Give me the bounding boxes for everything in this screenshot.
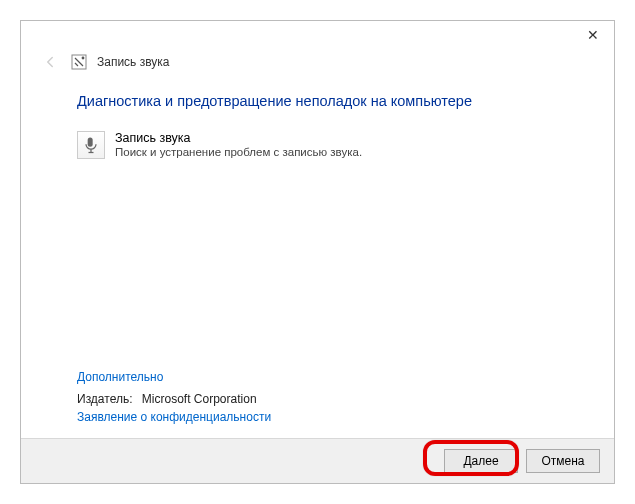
page-heading: Диагностика и предотвращение неполадок н… [77,93,578,109]
footer: Далее Отмена [21,438,614,483]
window-title: Запись звука [97,55,170,69]
item-title: Запись звука [115,131,362,145]
back-arrow-icon [41,53,59,71]
microphone-icon [77,131,105,159]
publisher-value: Microsoft Corporation [142,392,257,406]
next-button[interactable]: Далее [444,449,518,473]
content-area: Диагностика и предотвращение неполадок н… [21,79,614,438]
svg-rect-2 [88,138,93,147]
back-button[interactable] [39,51,61,73]
header-row: Запись звука [21,51,614,79]
cancel-button[interactable]: Отмена [526,449,600,473]
item-text: Запись звука Поиск и устранение проблем … [115,131,362,158]
troubleshooter-window: ✕ Запись звука Диагностика и предотвраще… [20,20,615,484]
publisher-label: Издатель: [77,392,133,406]
titlebar: ✕ [21,21,614,51]
close-button[interactable]: ✕ [572,21,614,49]
troubleshooter-item: Запись звука Поиск и устранение проблем … [77,131,578,159]
svg-point-1 [82,57,85,60]
troubleshoot-icon [71,54,87,70]
publisher-row: Издатель: Microsoft Corporation [77,392,578,406]
privacy-link[interactable]: Заявление о конфиденциальности [77,410,578,424]
item-description: Поиск и устранение проблем с записью зву… [115,146,362,158]
advanced-link[interactable]: Дополнительно [77,370,578,384]
